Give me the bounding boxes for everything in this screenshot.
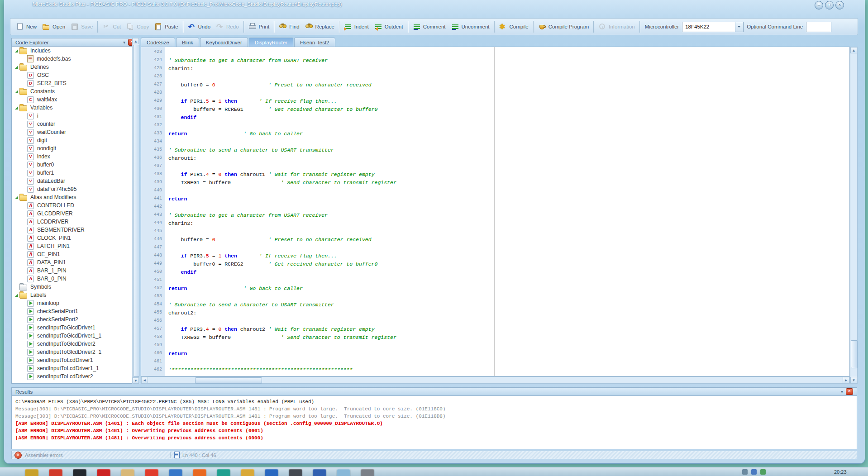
tree-item-ser2-bits[interactable]: DSER2_BITS bbox=[12, 79, 139, 87]
tree-item-symbols[interactable]: Symbols bbox=[12, 283, 139, 291]
tree-item-nondigit[interactable]: Vnondigit bbox=[12, 144, 139, 152]
tree-item-glcddriver[interactable]: ɦGLCDDRIVER bbox=[12, 209, 139, 218]
toolbar-button-outdent[interactable]: Outdent bbox=[372, 20, 406, 33]
app-icon-9[interactable] bbox=[217, 469, 230, 476]
toolbar-button-find[interactable]: Find bbox=[276, 20, 302, 33]
scroll-up-icon[interactable]: ▲ bbox=[133, 38, 139, 44]
tree-item-buffer0[interactable]: Vbuffer0 bbox=[12, 161, 139, 169]
tree-item-lcddriver[interactable]: ɦLCDDRIVER bbox=[12, 218, 139, 226]
app-icon-2[interactable] bbox=[49, 469, 62, 476]
toolbar-button-new[interactable]: New bbox=[13, 20, 39, 33]
system-tray[interactable] bbox=[742, 469, 766, 475]
app-icon-8[interactable] bbox=[193, 469, 206, 476]
tree-item-clock-pin1[interactable]: ɦCLOCK_PIN1 bbox=[12, 234, 139, 242]
tree-item-sendinputtoglcddriver2[interactable]: sendInputToGlcdDriver2 bbox=[12, 340, 139, 348]
command-line-input[interactable] bbox=[806, 22, 831, 32]
tree-item-sendinputtoglcddriver2-1[interactable]: sendInputToGlcdDriver2_1 bbox=[12, 348, 139, 356]
tree-item-bar-1-pin[interactable]: ɦBAR_1_PIN bbox=[12, 267, 139, 275]
app-icon-15[interactable] bbox=[361, 469, 374, 476]
scroll-thumb[interactable] bbox=[851, 340, 858, 368]
tree-item-osc[interactable]: DOSC bbox=[12, 71, 139, 79]
code-editor[interactable]: 423424' Subroutine to get a character fr… bbox=[141, 47, 850, 376]
chevron-down-icon[interactable]: ▾ bbox=[123, 40, 125, 45]
tree-item-sendinputtolcddriver1[interactable]: sendInputToLcdDriver1 bbox=[12, 356, 139, 364]
tree-item-data-pin1[interactable]: ɦDATA_PIN1 bbox=[12, 258, 139, 267]
close-results-button[interactable]: × bbox=[846, 388, 853, 395]
result-line[interactable]: [ASM ERROR] DISPLAYROUTER.ASM (1481) : O… bbox=[15, 427, 853, 434]
tree-item-bar-0-pin[interactable]: ɦBAR_0_PIN bbox=[12, 275, 139, 283]
app-icon-12[interactable] bbox=[289, 469, 302, 476]
tab-keyboarddriver[interactable]: KeyboardDriver bbox=[200, 38, 248, 47]
scroll-up-icon[interactable]: ▲ bbox=[850, 47, 857, 53]
tree-item-segmentdriver[interactable]: ɦSEGMENTDRIVER bbox=[12, 226, 139, 234]
tree-item-digit[interactable]: Vdigit bbox=[12, 136, 139, 144]
tree-item-sendinputtolcddriver2[interactable]: sendInputToLcdDriver2 bbox=[12, 372, 139, 381]
tree-item-defines[interactable]: Defines bbox=[12, 63, 139, 71]
tree-item-datafor74hc595[interactable]: VdataFor74hc595 bbox=[12, 185, 139, 193]
tree-item-checkserialport1[interactable]: checkSerialPort1 bbox=[12, 307, 139, 315]
tray-icon[interactable] bbox=[760, 469, 766, 475]
toolbar-button-compile-program[interactable]: Compile Program bbox=[535, 20, 591, 33]
tree-item-waitmax[interactable]: CwaitMax bbox=[12, 95, 139, 104]
tab-codesize[interactable]: CodeSize bbox=[141, 38, 175, 47]
tray-icon[interactable] bbox=[751, 469, 757, 475]
tree-item-includes[interactable]: Includes bbox=[12, 47, 139, 55]
app-icon-3[interactable] bbox=[73, 469, 86, 476]
result-line[interactable]: C:\PROGRAM FILES (X86)\PBP3\DEVICES\PIC1… bbox=[15, 398, 853, 405]
toolbar-button-comment[interactable]: Comment bbox=[410, 20, 448, 33]
tree-item-modedefs-bas[interactable]: modedefs.bas bbox=[12, 55, 139, 63]
tree-item-dataledbar[interactable]: VdataLedBar bbox=[12, 177, 139, 185]
tree-item-i[interactable]: Vi bbox=[12, 112, 139, 120]
expander-icon[interactable] bbox=[14, 292, 19, 298]
tree-item-latch-pin1[interactable]: ɦLATCH_PIN1 bbox=[12, 242, 139, 250]
scroll-down-icon[interactable]: ▼ bbox=[133, 377, 139, 384]
tree-item-variables[interactable]: Variables bbox=[12, 104, 139, 112]
tree-item-counter[interactable]: Vcounter bbox=[12, 120, 139, 128]
toolbar-button-redo[interactable]: Redo bbox=[213, 20, 242, 33]
scroll-down-icon[interactable]: ▼ bbox=[850, 377, 857, 383]
tree-item-alias-and-modifiers[interactable]: Alias and Modifiers bbox=[12, 193, 139, 201]
toolbar-button-indent[interactable]: Indent bbox=[341, 20, 372, 33]
toolbar-button-information[interactable]: Information bbox=[596, 20, 638, 33]
maximize-button[interactable]: □ bbox=[825, 1, 834, 10]
tree-item-checkserialport2[interactable]: checkSerialPort2 bbox=[12, 315, 139, 324]
tree-item-buffer1[interactable]: Vbuffer1 bbox=[12, 169, 139, 177]
minimize-button[interactable]: – bbox=[815, 1, 823, 10]
app-icon-5[interactable] bbox=[121, 469, 134, 476]
expander-icon[interactable] bbox=[14, 105, 19, 110]
scroll-thumb[interactable] bbox=[195, 377, 262, 384]
scroll-thumb[interactable] bbox=[133, 45, 139, 377]
tree-item-mainloop[interactable]: mainloop bbox=[12, 299, 139, 307]
toolbar-button-undo[interactable]: Undo bbox=[185, 20, 214, 33]
tree-item-labels[interactable]: Labels bbox=[12, 291, 139, 299]
app-icon-10[interactable] bbox=[241, 469, 254, 476]
tab-displayrouter[interactable]: DisplayRouter bbox=[249, 38, 293, 47]
close-button[interactable]: × bbox=[835, 1, 844, 10]
app-icon-13[interactable] bbox=[313, 469, 326, 476]
app-icon-6[interactable] bbox=[145, 469, 158, 476]
toolbar-button-print[interactable]: Print bbox=[246, 20, 272, 33]
expander-icon[interactable] bbox=[14, 195, 19, 200]
tray-icon[interactable] bbox=[742, 469, 748, 475]
tree-item-oe-pin1[interactable]: ɦOE_PIN1 bbox=[12, 250, 139, 258]
result-line[interactable]: [ASM ERROR] DISPLAYROUTER.ASM (1481) : E… bbox=[15, 420, 853, 427]
result-line[interactable]: Message[303] D:\PICBASIC_PRO\MICROCODE_S… bbox=[15, 413, 853, 420]
chevron-down-icon[interactable]: ▾ bbox=[841, 389, 843, 394]
tab-hserin-test2[interactable]: Hserin_test2 bbox=[294, 38, 335, 47]
toolbar-button-compile[interactable]: Compile bbox=[496, 20, 531, 33]
tree-item-index[interactable]: Vindex bbox=[12, 152, 139, 161]
editor-vscrollbar[interactable]: ▲ ▼ bbox=[850, 47, 858, 384]
expander-icon[interactable] bbox=[14, 89, 19, 94]
toolbar-button-save[interactable]: Save bbox=[68, 20, 95, 33]
taskbar[interactable]: 20:23 bbox=[0, 467, 868, 476]
tree-item-waitcounter[interactable]: VwaitCounter bbox=[12, 128, 139, 136]
app-icon-14[interactable] bbox=[337, 469, 350, 476]
tree-item-constants[interactable]: Constants bbox=[12, 87, 139, 95]
scroll-left-icon[interactable]: ◄ bbox=[141, 377, 148, 383]
tree-item-sendinputtolcddriver1-1[interactable]: sendInputToLcdDriver1_1 bbox=[12, 364, 139, 372]
code-explorer-tree[interactable]: Includesmodedefs.basDefinesDOSCDSER2_BIT… bbox=[11, 47, 139, 384]
app-icon-7[interactable] bbox=[169, 469, 182, 476]
result-line[interactable]: Message[303] D:\PICBASIC_PRO\MICROCODE_S… bbox=[15, 405, 853, 413]
toolbar-button-replace[interactable]: Replace bbox=[302, 20, 337, 33]
toolbar-button-open[interactable]: Open bbox=[39, 20, 68, 33]
